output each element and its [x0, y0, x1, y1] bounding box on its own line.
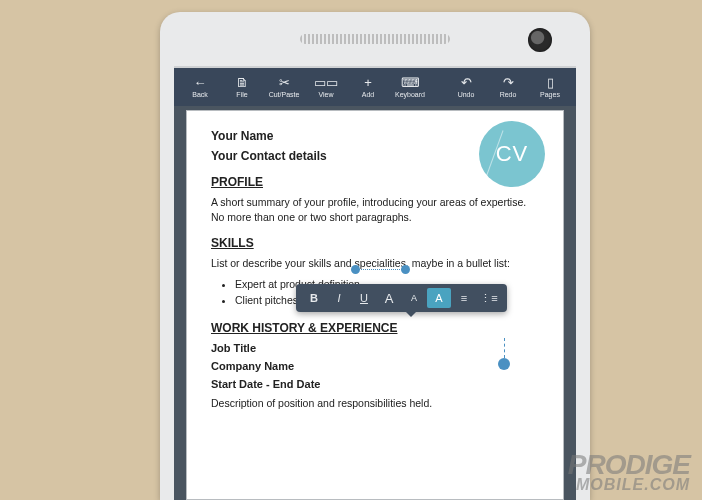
pages-button[interactable]: ▯ Pages [530, 70, 570, 104]
skills-body[interactable]: List or describe your skills and special… [211, 256, 539, 271]
redo-icon: ↷ [503, 76, 514, 89]
text-selection[interactable]: specialities [355, 257, 406, 270]
selection-handle-right[interactable] [401, 265, 410, 274]
cv-badge: CV [479, 121, 545, 187]
underline-button[interactable]: U [352, 288, 376, 308]
skills-pre: List or describe your skills and [211, 257, 355, 269]
selection-handle-left[interactable] [351, 265, 360, 274]
work-heading[interactable]: WORK HISTORY & EXPERIENCE [211, 321, 539, 335]
a-large-icon: A [385, 291, 394, 306]
pages-icon: ▯ [547, 76, 554, 89]
keyboard-icon: ⌨ [401, 76, 420, 89]
font-size-down-button[interactable]: A [402, 288, 426, 308]
align-icon: ≡ [461, 292, 467, 304]
italic-button[interactable]: I [327, 288, 351, 308]
underline-icon: U [360, 292, 368, 304]
view-button[interactable]: ▭▭ View [306, 70, 346, 104]
back-icon: ← [194, 76, 207, 89]
align-button[interactable]: ≡ [452, 288, 476, 308]
job-title[interactable]: Job Title [211, 341, 539, 356]
toolbar-pointer [406, 312, 416, 317]
keyboard-label: Keyboard [395, 91, 425, 98]
bold-button[interactable]: B [302, 288, 326, 308]
pages-label: Pages [540, 91, 560, 98]
job-description[interactable]: Description of position and responsibili… [211, 396, 539, 411]
undo-button[interactable]: ↶ Undo [446, 70, 486, 104]
font-size-up-button[interactable]: A [377, 288, 401, 308]
cutpaste-button[interactable]: ✂ Cut/Paste [264, 70, 304, 104]
redo-button[interactable]: ↷ Redo [488, 70, 528, 104]
main-toolbar: ← Back 🗎 File ✂ Cut/Paste ▭▭ View + Add … [174, 68, 576, 106]
file-label: File [236, 91, 247, 98]
speaker-grille [300, 34, 450, 44]
list-button[interactable]: ⋮≡ [477, 288, 501, 308]
watermark: PRODIGE MOBILE.COM [568, 452, 690, 492]
undo-icon: ↶ [461, 76, 472, 89]
undo-label: Undo [458, 91, 475, 98]
add-label: Add [362, 91, 374, 98]
selected-word: specialities [355, 257, 406, 269]
book-icon: ▭▭ [314, 76, 338, 89]
a-small-icon: A [411, 293, 417, 303]
screen: ← Back 🗎 File ✂ Cut/Paste ▭▭ View + Add … [174, 66, 576, 500]
company-name[interactable]: Company Name [211, 359, 539, 374]
profile-body[interactable]: A short summary of your profile, introdu… [211, 195, 539, 224]
skills-post: , maybe in a bullet list: [406, 257, 510, 269]
front-camera [528, 28, 552, 52]
phone-top-bezel [160, 12, 590, 66]
cutpaste-label: Cut/Paste [269, 91, 300, 98]
add-button[interactable]: + Add [348, 70, 388, 104]
redo-label: Redo [500, 91, 517, 98]
scissors-icon: ✂ [279, 76, 290, 89]
format-toolbar: B I U A A A ≡ ⋮≡ [296, 284, 507, 312]
back-button[interactable]: ← Back [180, 70, 220, 104]
skills-heading[interactable]: SKILLS [211, 236, 539, 250]
cursor-handle[interactable] [498, 358, 510, 370]
text-style-button[interactable]: A [427, 288, 451, 308]
view-label: View [318, 91, 333, 98]
plus-icon: + [364, 76, 372, 89]
phone-frame: ← Back 🗎 File ✂ Cut/Paste ▭▭ View + Add … [160, 12, 590, 500]
bold-icon: B [310, 292, 318, 304]
back-label: Back [192, 91, 208, 98]
cv-badge-text: CV [496, 141, 529, 167]
a-style-icon: A [435, 292, 442, 304]
italic-icon: I [337, 292, 340, 304]
keyboard-button[interactable]: ⌨ Keyboard [390, 70, 430, 104]
file-button[interactable]: 🗎 File [222, 70, 262, 104]
watermark-line2: MOBILE.COM [568, 478, 690, 492]
list-icon: ⋮≡ [480, 292, 497, 305]
file-icon: 🗎 [236, 76, 249, 89]
job-dates[interactable]: Start Date - End Date [211, 377, 539, 392]
